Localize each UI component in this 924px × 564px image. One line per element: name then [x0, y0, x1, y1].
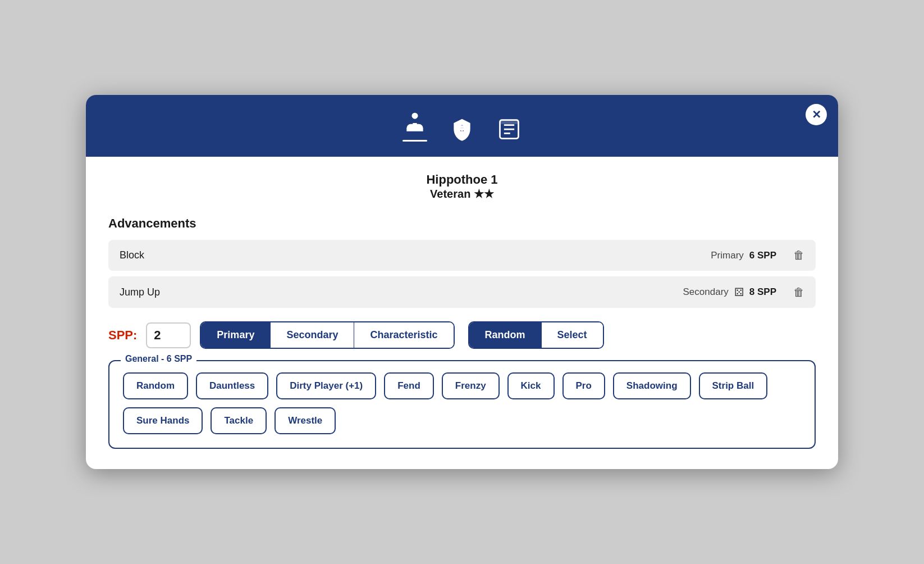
delete-block-button[interactable]: 🗑 [793, 249, 804, 262]
advancement-details-block: Primary 6 SPP 🗑 [711, 249, 804, 262]
skill-dirty-player[interactable]: Dirty Player (+1) [276, 372, 376, 399]
player-name: Hippothoe 1 [108, 172, 816, 187]
modal-body: Hippothoe 1 Veteran ★★ Advancements Bloc… [86, 157, 838, 469]
skill-strip-ball[interactable]: Strip Ball [699, 372, 768, 399]
roster-svg-icon [497, 117, 522, 142]
random-select-group: Random Select [468, 321, 604, 349]
advancement-skill-jumpup: Jump Up [120, 286, 160, 298]
spp-label: SPP: [108, 328, 137, 343]
player-info: Hippothoe 1 Veteran ★★ [108, 172, 816, 201]
spp-input[interactable] [146, 322, 191, 348]
player-rank: Veteran ★★ [108, 187, 816, 201]
dice-icon: ⚄ [734, 285, 744, 299]
skill-kick[interactable]: Kick [507, 372, 555, 399]
advancement-details-jumpup: Secondary ⚄ 8 SPP 🗑 [683, 285, 804, 299]
skill-frenzy[interactable]: Frenzy [442, 372, 500, 399]
secondary-button[interactable]: Secondary [271, 322, 354, 348]
advancement-spp-jumpup: 8 SPP [749, 286, 776, 298]
advancement-type-block: Primary [711, 250, 744, 261]
skills-section-label: General - 6 SPP [121, 354, 196, 364]
skill-dauntless[interactable]: Dauntless [196, 372, 268, 399]
player-svg-icon [402, 111, 427, 135]
characteristic-button[interactable]: Characteristic [354, 322, 453, 348]
skill-pro[interactable]: Pro [562, 372, 605, 399]
skill-fend[interactable]: Fend [384, 372, 434, 399]
delete-jumpup-button[interactable]: 🗑 [793, 286, 804, 299]
shield-tab-icon[interactable] [450, 117, 474, 142]
skill-wrestle[interactable]: Wrestle [275, 407, 336, 434]
modal-header: ✕ [86, 95, 838, 157]
random-button[interactable]: Random [469, 322, 542, 348]
roster-tab-icon[interactable] [497, 117, 522, 142]
advancement-skill-block: Block [120, 249, 144, 261]
select-button[interactable]: Select [542, 322, 603, 348]
advancement-spp-block: 6 SPP [749, 250, 776, 261]
skill-shadowing[interactable]: Shadowing [613, 372, 691, 399]
shield-svg-icon [450, 117, 474, 142]
skill-tackle[interactable]: Tackle [211, 407, 267, 434]
primary-button[interactable]: Primary [201, 322, 271, 348]
close-button[interactable]: ✕ [806, 104, 827, 125]
advancement-row-block: Block Primary 6 SPP 🗑 [108, 240, 816, 271]
svg-rect-0 [412, 112, 418, 119]
player-tab-icon[interactable] [402, 111, 427, 142]
controls-row: SPP: Primary Secondary Characteristic Ra… [108, 321, 816, 349]
skill-random[interactable]: Random [123, 372, 188, 399]
advancements-list: Block Primary 6 SPP 🗑 Jump Up Secondary … [108, 240, 816, 308]
svg-rect-9 [500, 120, 519, 124]
skills-grid: Random Dauntless Dirty Player (+1) Fend … [123, 372, 801, 434]
advancement-type-jumpup: Secondary [683, 286, 729, 298]
svg-rect-1 [413, 123, 417, 125]
advancements-title: Advancements [108, 216, 816, 231]
type-button-group: Primary Secondary Characteristic [200, 321, 454, 349]
skills-section: General - 6 SPP Random Dauntless Dirty P… [108, 360, 816, 449]
header-icons [402, 111, 522, 142]
player-modal: ✕ Hippothoe 1 Veteran ★★ Advancements Bl… [86, 95, 838, 469]
advancement-row-jumpup: Jump Up Secondary ⚄ 8 SPP 🗑 [108, 276, 816, 308]
skill-sure-hands[interactable]: Sure Hands [123, 407, 203, 434]
